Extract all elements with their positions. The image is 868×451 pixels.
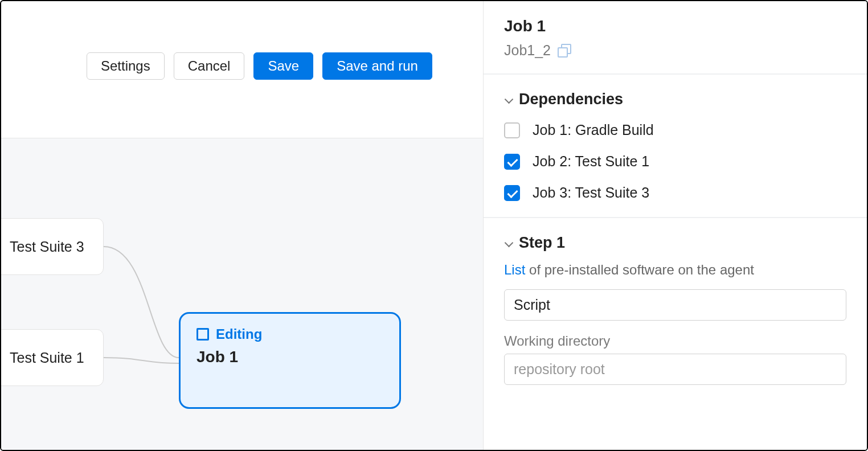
- dependency-label: Job 3: Test Suite 3: [533, 184, 649, 201]
- save-button[interactable]: Save: [253, 52, 313, 80]
- pipeline-node-test-suite-3[interactable]: Test Suite 3: [0, 218, 104, 275]
- pipeline-node-editing[interactable]: Editing Job 1: [179, 312, 401, 409]
- editing-node-title: Job 1: [196, 348, 383, 366]
- chevron-down-icon: [504, 239, 513, 248]
- dependencies-section: Dependencies Job 1: Gradle Build Job 2: …: [484, 73, 867, 217]
- dependency-checkbox[interactable]: [504, 154, 520, 170]
- step-header[interactable]: Step 1: [504, 234, 846, 252]
- step-title: Step 1: [519, 234, 565, 252]
- dependency-label: Job 1: Gradle Build: [533, 122, 654, 138]
- dependencies-title: Dependencies: [519, 91, 623, 108]
- dependency-item: Job 1: Gradle Build: [504, 122, 846, 138]
- panel-subtitle-row: Job1_2: [504, 42, 846, 59]
- node-label: Test Suite 1: [10, 350, 84, 366]
- main-canvas-area: Settings Cancel Save Save and run Test S…: [1, 1, 485, 450]
- pipeline-node-test-suite-1[interactable]: Test Suite 1: [0, 329, 104, 386]
- panel-subtitle: Job1_2: [504, 42, 551, 59]
- save-and-run-button[interactable]: Save and run: [322, 52, 432, 80]
- node-label: Test Suite 3: [10, 239, 84, 255]
- dependency-checkbox[interactable]: [504, 122, 520, 138]
- copy-icon[interactable]: [558, 44, 571, 58]
- step-type-input[interactable]: [504, 289, 846, 321]
- working-directory-label: Working directory: [504, 333, 846, 349]
- dependency-item: Job 3: Test Suite 3: [504, 184, 846, 201]
- dependency-label: Job 2: Test Suite 1: [533, 153, 649, 170]
- dependency-checkbox[interactable]: [504, 185, 520, 201]
- editing-square-icon: [196, 328, 209, 341]
- panel-header: Job 1 Job1_2: [484, 1, 867, 73]
- editing-badge-label: Editing: [216, 326, 262, 342]
- dependencies-list: Job 1: Gradle Build Job 2: Test Suite 1 …: [504, 122, 846, 201]
- step-hint: List of pre-installed software on the ag…: [504, 262, 846, 278]
- toolbar: Settings Cancel Save Save and run: [87, 52, 432, 80]
- dependency-item: Job 2: Test Suite 1: [504, 153, 846, 170]
- cancel-button[interactable]: Cancel: [174, 52, 245, 80]
- preinstalled-software-link[interactable]: List: [504, 262, 525, 277]
- side-panel: Job 1 Job1_2 Dependencies Job 1: Gradle …: [483, 1, 867, 450]
- settings-button[interactable]: Settings: [87, 52, 165, 80]
- step-hint-text: of pre-installed software on the agent: [525, 262, 754, 277]
- editing-badge: Editing: [196, 326, 383, 342]
- dependencies-header[interactable]: Dependencies: [504, 91, 846, 108]
- step-section: Step 1 List of pre-installed software on…: [484, 217, 867, 413]
- pipeline-canvas[interactable]: Test Suite 3 Test Suite 1 Editing Job 1: [1, 138, 485, 451]
- working-directory-input[interactable]: [504, 354, 846, 385]
- chevron-down-icon: [504, 95, 513, 104]
- panel-title: Job 1: [504, 17, 846, 35]
